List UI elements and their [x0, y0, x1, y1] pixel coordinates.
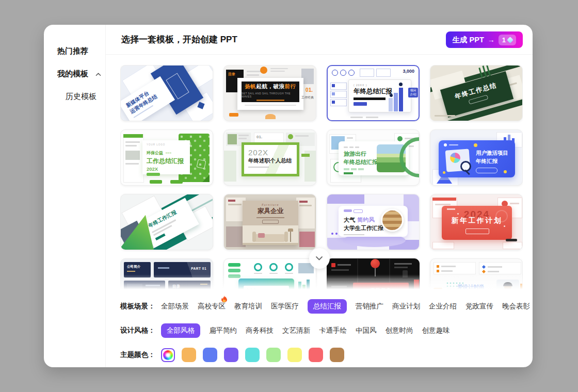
- style-chip-cartoon[interactable]: 卡通手绘: [319, 326, 347, 335]
- page: { "ui": { "accent": "#7b4df2", "button_g…: [0, 0, 578, 392]
- template-title: 新年工作计划: [442, 216, 512, 225]
- color-swatch-blue[interactable]: [203, 348, 217, 362]
- sidebar-item-label: 我的模板: [57, 69, 88, 79]
- filter-label-scene: 模板场景：: [120, 302, 161, 311]
- template-card-8[interactable]: 用户激活项目 年终汇报: [430, 129, 523, 186]
- template-brand: 环保公益: [147, 151, 163, 155]
- scene-chip-party[interactable]: 党政宣传: [465, 302, 493, 311]
- scene-chip-campus[interactable]: 高校专区: [198, 302, 226, 311]
- color-swatch-yellow[interactable]: [287, 348, 302, 362]
- scene-chip-business[interactable]: 商业计划: [392, 302, 420, 311]
- template-title: 目录: [172, 284, 180, 289]
- template-subtitle: Furniture: [243, 203, 298, 206]
- template-title: “项目复盘”: [367, 287, 395, 292]
- sidebar: 热门推荐 我的模板 历史模板: [44, 25, 106, 367]
- scene-chip-gala[interactable]: 晚会表彰: [502, 302, 530, 311]
- scene-chip-medical[interactable]: 医学医疗: [271, 302, 299, 311]
- template-card-5[interactable]: YOUR LOGO 环保公益 »»» 工作总结汇报 202X: [120, 129, 213, 186]
- scene-chip-education[interactable]: 教育培训: [234, 302, 262, 311]
- template-picker-panel: 热门推荐 我的模板 历史模板 选择一套模板，开始创建 PPT 生成 PPT → …: [44, 25, 533, 367]
- main-content: 选择一套模板，开始创建 PPT 生成 PPT → 1: [106, 25, 533, 367]
- filter-label-color: 主题颜色：: [120, 350, 161, 360]
- template-title: 扬帆: [245, 83, 256, 89]
- template-year: 202X: [248, 148, 297, 157]
- color-wheel-icon: [163, 350, 173, 360]
- scene-chip-company[interactable]: 企业介绍: [429, 302, 457, 311]
- generate-ppt-button[interactable]: 生成 PPT → 1: [446, 31, 523, 48]
- template-tag: 项目介绍: [408, 88, 418, 97]
- generate-label: 生成 PPT: [453, 35, 484, 45]
- scene-chip-summary[interactable]: 总结汇报: [308, 299, 347, 314]
- template-card-7[interactable]: 旅游出行 年终总结汇报: [327, 129, 420, 186]
- template-card-16[interactable]: 1 爱设计时尚 行业洞察报告: [430, 258, 523, 292]
- template-card-10[interactable]: Furniture 家具企业: [223, 194, 316, 250]
- template-corner: 01.: [306, 87, 313, 93]
- style-chip-chinese[interactable]: 中国风: [356, 326, 377, 335]
- template-card-12[interactable]: 2024 新年工作计划: [430, 194, 523, 250]
- filter-row-scene: 模板场景： 全部场景 高校专区 教育培训 医学医疗 总结汇报 营销推广 商业计划: [120, 299, 533, 314]
- filter-row-color: 主题颜色：: [120, 348, 533, 362]
- template-subtitle: PART 01: [191, 267, 206, 270]
- style-chip-fashion[interactable]: 创意时尚: [386, 326, 413, 335]
- template-card-6[interactable]: 01. 202X 年终述职个人总结: [223, 129, 316, 186]
- style-chip-fun[interactable]: 创意趣味: [422, 326, 450, 335]
- template-title: 旅游出行: [344, 150, 378, 158]
- load-more-button[interactable]: [309, 248, 330, 269]
- template-title: 前行: [285, 83, 296, 89]
- template-number: 1: [437, 291, 439, 292]
- template-year: 202X: [147, 166, 190, 172]
- filter-section: 模板场景： 全部场景 高校专区 教育培训 医学医疗 总结汇报 营销推广 商业计划: [106, 292, 533, 362]
- template-title: 爱设计时尚: [457, 284, 491, 291]
- style-chip-all[interactable]: 全部风格: [161, 323, 200, 338]
- template-corner: 01.: [256, 135, 262, 139]
- filter-row-style: 设计风格： 全部风格 扁平简约 商务科技 文艺清新 卡通手绘 中国风 创意时尚 …: [120, 323, 533, 338]
- template-card-15[interactable]: “项目复盘” 年终总结汇报: [327, 258, 420, 292]
- template-title: 年终述职个人总结: [248, 157, 297, 165]
- style-chip-flat[interactable]: 扁平简约: [209, 326, 237, 335]
- sidebar-item-my-templates[interactable]: 我的模板: [57, 69, 105, 79]
- scene-chip-all[interactable]: 全部场景: [161, 302, 189, 311]
- color-swatch-cyan[interactable]: [245, 348, 260, 362]
- content-header: 选择一套模板，开始创建 PPT 生成 PPT → 1: [106, 25, 533, 55]
- template-card-11[interactable]: 大气 简约风 大学生工作汇报: [327, 194, 420, 250]
- template-stat: 3,000: [403, 69, 414, 74]
- scene-chip-marketing[interactable]: 营销推广: [356, 302, 383, 311]
- template-title: 工作总结汇报: [147, 157, 190, 166]
- sidebar-item-history[interactable]: 历史模板: [66, 92, 105, 102]
- template-title: 简约风: [357, 217, 374, 223]
- color-swatch-orange[interactable]: [182, 348, 196, 362]
- template-card-9[interactable]: 年终工作汇报: [120, 194, 213, 250]
- color-swatch-green[interactable]: [266, 348, 281, 362]
- template-card-1[interactable]: 新媒体平台 运营年终总结: [120, 65, 213, 121]
- template-card-3[interactable]: 3,000 ( 20XX ) 年终总结汇报: [327, 65, 420, 121]
- credit-count: 1: [502, 36, 506, 44]
- chevron-up-icon: [95, 72, 101, 76]
- page-title: 选择一套模板，开始创建 PPT: [121, 34, 237, 45]
- template-title: 年终总结汇报: [344, 158, 378, 166]
- template-card-14[interactable]: 广告投放年度目标制定: [223, 258, 316, 292]
- color-swatch-red[interactable]: [309, 348, 323, 362]
- template-title: 公司简介: [127, 265, 151, 269]
- gem-icon: [507, 37, 513, 43]
- template-title: 年终汇报: [476, 158, 508, 165]
- arrow-icon: →: [488, 36, 495, 44]
- chip-label: 高校专区: [198, 302, 226, 310]
- template-title: 家具企业: [243, 207, 298, 216]
- color-wheel-swatch[interactable]: [161, 348, 175, 362]
- filter-label-style: 设计风格：: [120, 326, 161, 335]
- fire-icon: [220, 295, 228, 303]
- template-title: 大气: [344, 217, 355, 223]
- sidebar-item-hot[interactable]: 热门推荐: [57, 46, 105, 56]
- color-swatch-brown[interactable]: [330, 348, 344, 362]
- template-caption: SET SAIL AND SAIL THROUGH THE WAVES: [242, 92, 299, 98]
- style-chip-fresh[interactable]: 文艺清新: [282, 326, 310, 335]
- template-title: 用户激活项目: [476, 150, 508, 157]
- template-card-4[interactable]: 年终工作总结: [430, 65, 523, 121]
- template-card-2[interactable]: 目录 扬帆起航，破浪前行 SET SAIL AND SAIL THROU: [223, 65, 316, 121]
- template-card-13[interactable]: 公司简介 PART 01 目录: [120, 258, 213, 292]
- style-chip-tech[interactable]: 商务科技: [246, 326, 274, 335]
- template-title: 起航，破浪: [256, 83, 285, 89]
- color-swatch-purple[interactable]: [224, 348, 238, 362]
- credit-badge: 1: [499, 35, 516, 45]
- chevron-down-icon: [315, 256, 323, 261]
